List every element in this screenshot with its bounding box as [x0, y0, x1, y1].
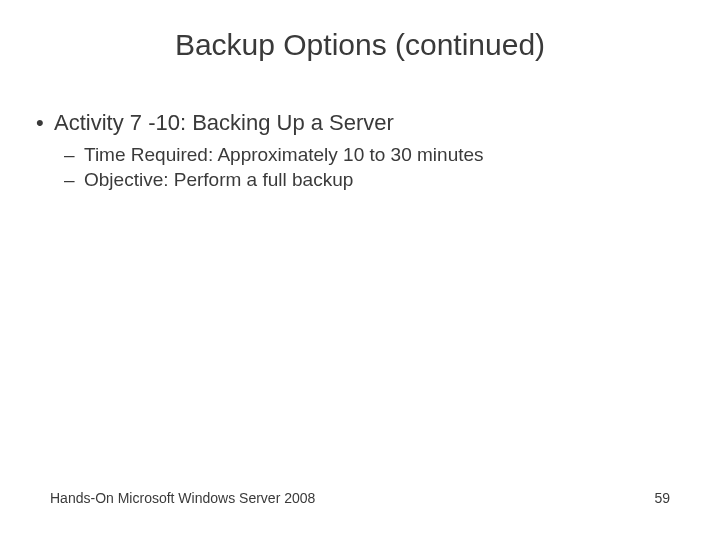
- slide: Backup Options (continued) • Activity 7 …: [0, 0, 720, 540]
- bullet-text: Time Required: Approximately 10 to 30 mi…: [84, 144, 484, 166]
- bullet-text: Activity 7 -10: Backing Up a Server: [54, 110, 394, 136]
- bullet-level2: – Objective: Perform a full backup: [64, 169, 686, 191]
- footer-text: Hands-On Microsoft Windows Server 2008: [50, 490, 315, 506]
- slide-title: Backup Options (continued): [0, 28, 720, 62]
- footer: Hands-On Microsoft Windows Server 2008 5…: [0, 490, 720, 506]
- bullet-marker: •: [34, 110, 54, 136]
- bullet-level1: • Activity 7 -10: Backing Up a Server: [34, 110, 686, 136]
- bullet-text: Objective: Perform a full backup: [84, 169, 353, 191]
- bullet-level2: – Time Required: Approximately 10 to 30 …: [64, 144, 686, 166]
- dash-marker: –: [64, 169, 84, 191]
- content-area: • Activity 7 -10: Backing Up a Server – …: [0, 110, 720, 191]
- dash-marker: –: [64, 144, 84, 166]
- page-number: 59: [654, 490, 670, 506]
